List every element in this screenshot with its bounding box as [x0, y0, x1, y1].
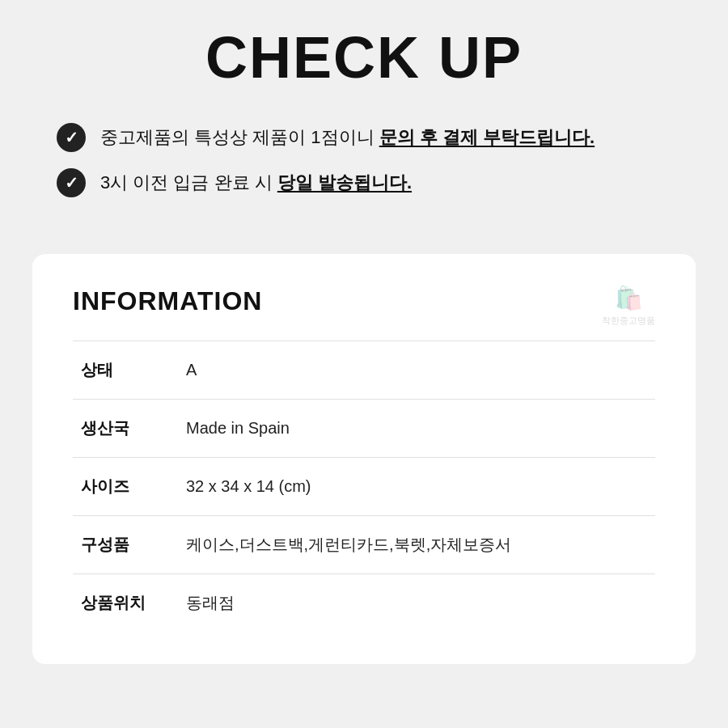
info-title: INFORMATION	[73, 286, 655, 316]
top-section: CHECK UP 중고제품의 특성상 제품이 1점이니 문의 후 결제 부탁드립…	[0, 0, 728, 230]
table-row: 상품위치동래점	[73, 574, 655, 633]
row-label-3: 구성품	[73, 516, 178, 574]
info-section: INFORMATION 🛍️ 착한중고명품 상태A생산국Made in Spai…	[0, 230, 728, 696]
check-icon-1	[57, 123, 86, 152]
page-title: CHECK UP	[49, 24, 679, 91]
info-card: INFORMATION 🛍️ 착한중고명품 상태A생산국Made in Spai…	[32, 254, 696, 664]
row-label-0: 상태	[73, 341, 178, 400]
check-items-list: 중고제품의 특성상 제품이 1점이니 문의 후 결제 부탁드립니다. 3시 이전…	[49, 123, 679, 197]
watermark: 🛍️ 착한중고명품	[602, 285, 655, 326]
row-value-0: A	[178, 341, 655, 400]
row-value-4: 동래점	[178, 574, 655, 633]
check-item-2: 3시 이전 입금 완료 시 당일 발송됩니다.	[57, 168, 671, 197]
watermark-icon: 🛍️	[615, 285, 643, 311]
table-row: 구성품케이스,더스트백,게런티카드,북렛,자체보증서	[73, 516, 655, 574]
check-icon-2	[57, 168, 86, 197]
row-label-4: 상품위치	[73, 574, 178, 633]
row-label-1: 생산국	[73, 400, 178, 458]
check-text-2: 3시 이전 입금 완료 시 당일 발송됩니다.	[100, 171, 412, 196]
check-text-1: 중고제품의 특성상 제품이 1점이니 문의 후 결제 부탁드립니다.	[100, 125, 595, 150]
row-label-2: 사이즈	[73, 458, 178, 516]
table-row: 상태A	[73, 341, 655, 400]
watermark-text: 착한중고명품	[602, 315, 655, 326]
row-value-2: 32 x 34 x 14 (cm)	[178, 458, 655, 516]
table-row: 사이즈32 x 34 x 14 (cm)	[73, 458, 655, 516]
check-item-1: 중고제품의 특성상 제품이 1점이니 문의 후 결제 부탁드립니다.	[57, 123, 671, 152]
table-row: 생산국Made in Spain	[73, 400, 655, 458]
row-value-3: 케이스,더스트백,게런티카드,북렛,자체보증서	[178, 516, 655, 574]
row-value-1: Made in Spain	[178, 400, 655, 458]
info-table: 상태A생산국Made in Spain사이즈32 x 34 x 14 (cm)구…	[73, 341, 655, 632]
